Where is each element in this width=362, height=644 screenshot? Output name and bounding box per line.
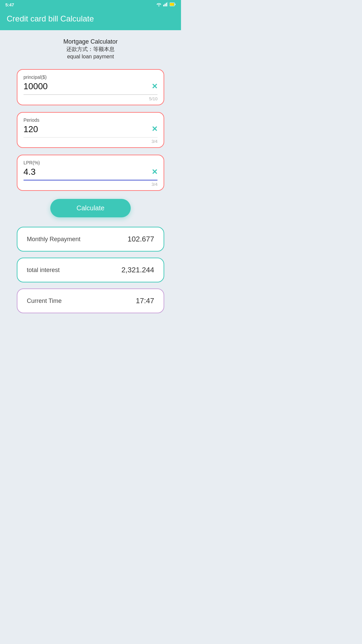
wifi-icon <box>156 2 162 7</box>
svg-rect-0 <box>163 5 164 6</box>
principal-label: principal($) <box>23 74 158 80</box>
periods-row: 120 ✕ <box>23 124 158 135</box>
principal-clear-button[interactable]: ✕ <box>152 83 158 90</box>
lpr-input-card[interactable]: LPR(%) 4.3 ✕ 3/4 <box>17 155 164 191</box>
main-title: Mortgage Calculator <box>17 38 164 45</box>
current-time-card: Current Time 17:47 <box>17 288 164 313</box>
signal-icon <box>163 2 168 7</box>
lpr-row: 4.3 ✕ <box>23 167 158 177</box>
svg-rect-2 <box>166 3 167 6</box>
total-interest-card: total interest 2,321.244 <box>17 258 164 282</box>
total-interest-label: total interest <box>27 267 60 274</box>
principal-underline <box>23 94 158 95</box>
periods-counter: 3/4 <box>23 139 158 144</box>
principal-input-card[interactable]: principal($) 10000 ✕ 5/10 <box>17 69 164 105</box>
calculate-button[interactable]: Calculate <box>50 199 131 217</box>
total-interest-value: 2,321.244 <box>121 266 154 274</box>
app-title: Credit card bill Calculate <box>7 14 174 23</box>
periods-value: 120 <box>23 124 38 135</box>
lpr-counter: 3/4 <box>23 182 158 187</box>
lpr-underline <box>23 180 158 180</box>
periods-label: Periods <box>23 117 158 123</box>
svg-rect-6 <box>170 3 174 6</box>
app-header: Credit card bill Calculate <box>0 9 181 30</box>
subtitle-english: equal loan payment <box>17 54 164 60</box>
subtitle-block: Mortgage Calculator 还款方式：等额本息 equal loan… <box>17 38 164 60</box>
main-content: Mortgage Calculator 还款方式：等额本息 equal loan… <box>0 30 181 327</box>
lpr-label: LPR(%) <box>23 160 158 165</box>
subtitle-chinese: 还款方式：等额本息 <box>17 46 164 53</box>
lpr-clear-button[interactable]: ✕ <box>152 168 158 176</box>
status-time: 5:47 <box>5 2 14 7</box>
current-time-value: 17:47 <box>136 297 154 305</box>
svg-rect-3 <box>167 2 168 6</box>
svg-rect-5 <box>175 4 176 5</box>
periods-underline <box>23 137 158 138</box>
monthly-repayment-label: Monthly Repayment <box>27 236 80 243</box>
current-time-label: Current Time <box>27 298 62 305</box>
monthly-repayment-card: Monthly Repayment 102.677 <box>17 227 164 252</box>
principal-row: 10000 ✕ <box>23 81 158 92</box>
monthly-repayment-value: 102.677 <box>127 235 154 244</box>
principal-value: 10000 <box>23 81 48 92</box>
status-icons <box>156 2 176 7</box>
periods-clear-button[interactable]: ✕ <box>152 125 158 133</box>
battery-icon <box>170 2 176 7</box>
periods-input-card[interactable]: Periods 120 ✕ 3/4 <box>17 112 164 148</box>
principal-counter: 5/10 <box>23 96 158 101</box>
lpr-value: 4.3 <box>23 167 36 177</box>
svg-rect-1 <box>165 4 166 6</box>
status-bar: 5:47 <box>0 0 181 9</box>
